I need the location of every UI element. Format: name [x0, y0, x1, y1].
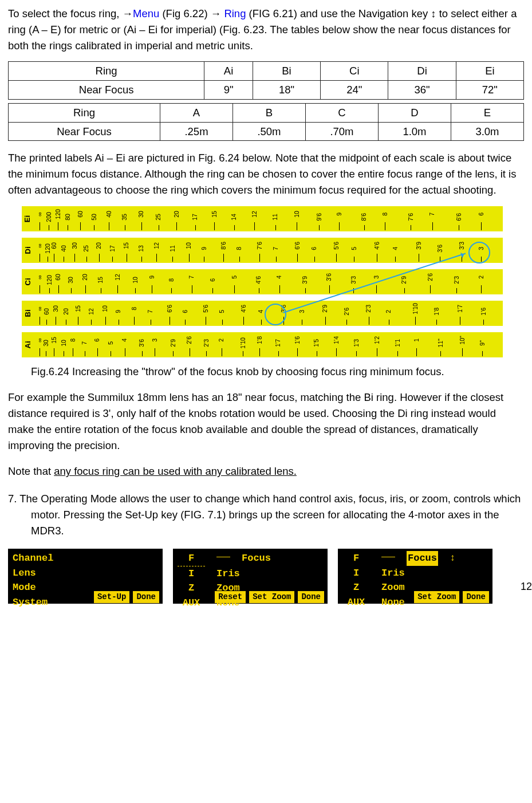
tick: 8	[170, 275, 174, 293]
tick: 9	[151, 273, 154, 293]
metric-table: Ring A B C D E Near Focus .25m .50m .70m…	[8, 103, 524, 141]
tick: 30	[68, 275, 74, 293]
tick: 1'1	[394, 338, 402, 356]
tick: 5	[220, 307, 224, 325]
ruler-di: Di∞120604030252017151312111098'687'676'6…	[22, 238, 503, 263]
tick: 8'6	[360, 212, 368, 230]
tick: 30	[72, 241, 78, 262]
tick: 8	[384, 210, 387, 230]
tick: 30	[53, 304, 60, 325]
tick: 60	[44, 307, 50, 325]
tick: 80	[65, 212, 72, 230]
tick: 15	[97, 275, 104, 293]
cell: 36"	[388, 81, 456, 100]
tick: 20	[96, 241, 103, 262]
note-line: Note that any focus ring can be used wit…	[8, 463, 524, 479]
tick: 3'3	[350, 275, 358, 293]
tick: 3'6	[280, 304, 288, 325]
tick: 6	[313, 244, 316, 262]
tick: 40	[61, 244, 68, 262]
tick: 4'6	[255, 275, 263, 293]
softkey[interactable]: Set Zoom	[249, 591, 294, 603]
tick: 2'3	[365, 304, 373, 325]
softkey[interactable]: Done	[298, 591, 324, 603]
tick: 9"	[480, 338, 486, 356]
tick: 6	[184, 307, 187, 325]
tick: 2'9	[400, 275, 408, 293]
tick: 120	[53, 210, 64, 230]
tick: 5	[233, 273, 237, 293]
lcd-line: Channel	[13, 551, 158, 566]
cell: 3.0m	[451, 122, 523, 141]
tick: 3	[480, 244, 483, 262]
tick: 25	[155, 212, 162, 230]
tick: 2	[220, 336, 223, 356]
imperial-table: Ring Ai Bi Ci Di Ei Near Focus 9" 18" 24…	[8, 61, 524, 100]
tick: 20	[63, 307, 70, 325]
softkey[interactable]: Done	[133, 591, 159, 603]
ruler-ai: Ai∞301510876543'632'92'62'321'101'81'71'…	[22, 332, 503, 357]
tick: 10	[102, 304, 109, 325]
tick: 2'9	[321, 304, 329, 325]
tick: 60	[77, 210, 84, 230]
tick: 40	[106, 210, 113, 230]
tick: 8	[72, 336, 75, 356]
tick: 1'8	[433, 307, 441, 325]
tick: ∞	[38, 241, 42, 262]
cell: A	[160, 103, 233, 122]
tick: 17	[109, 244, 116, 262]
tick: 9	[117, 307, 120, 325]
tick: 1'7	[456, 304, 464, 325]
tick: 15	[51, 336, 58, 356]
tick: 15	[75, 304, 82, 325]
focus-rings-figure: Ei∞20012080605040353025201715141211109'6…	[22, 206, 503, 357]
cell: .50m	[232, 122, 305, 141]
tick: 3'9	[415, 241, 423, 262]
tick: 1'6	[294, 336, 302, 356]
tick: 8	[238, 244, 241, 262]
cell: C	[305, 103, 378, 122]
tick: 1	[415, 336, 419, 356]
tick: 7	[83, 338, 86, 356]
softkey[interactable]: Set-Up	[94, 591, 129, 603]
tick: 7	[190, 273, 194, 293]
tick: 3'3	[458, 241, 466, 262]
tick: 6'6	[294, 241, 302, 262]
cell: Ei	[456, 62, 523, 81]
cell: 24"	[321, 81, 388, 100]
tick: 10	[294, 210, 301, 230]
softkey[interactable]: Done	[463, 591, 489, 603]
tick: 3'6	[436, 244, 444, 262]
softkey[interactable]: Set Zoom	[414, 591, 459, 603]
tick: 6	[211, 275, 215, 293]
cell: Di	[388, 62, 456, 81]
tick: 30	[43, 338, 50, 356]
page-number: 12	[521, 579, 532, 595]
tick: 15	[123, 241, 130, 262]
tick: 20	[82, 273, 89, 293]
tick: 2	[480, 273, 483, 293]
tick: 1'8	[256, 336, 264, 356]
tick: 8	[133, 304, 136, 325]
tick: 12	[88, 307, 95, 325]
tick: 2'3	[453, 275, 461, 293]
tick: 4	[123, 336, 127, 356]
section-7: 7. The Operating Mode allows the user to…	[8, 491, 524, 538]
tick: 11	[272, 212, 279, 230]
lcd-menu: Channel Lens Mode System Set-UpDone	[8, 549, 163, 604]
tick: ∞	[38, 304, 42, 325]
cell: E	[451, 103, 523, 122]
tick: 3	[301, 307, 304, 325]
tick: 10	[61, 338, 68, 356]
tick: 2'6	[343, 307, 351, 325]
tick: 3'6	[138, 338, 146, 356]
tick: 7'6	[256, 241, 264, 262]
cell: 72"	[456, 81, 523, 100]
tick: 6'6	[166, 304, 174, 325]
cell: Ai	[204, 62, 253, 81]
tick: 4'6	[373, 241, 381, 262]
tick: 10	[186, 241, 192, 262]
cell: Near Focus	[9, 81, 204, 100]
tick: 6	[96, 336, 99, 356]
softkey[interactable]: Reset	[215, 591, 246, 603]
